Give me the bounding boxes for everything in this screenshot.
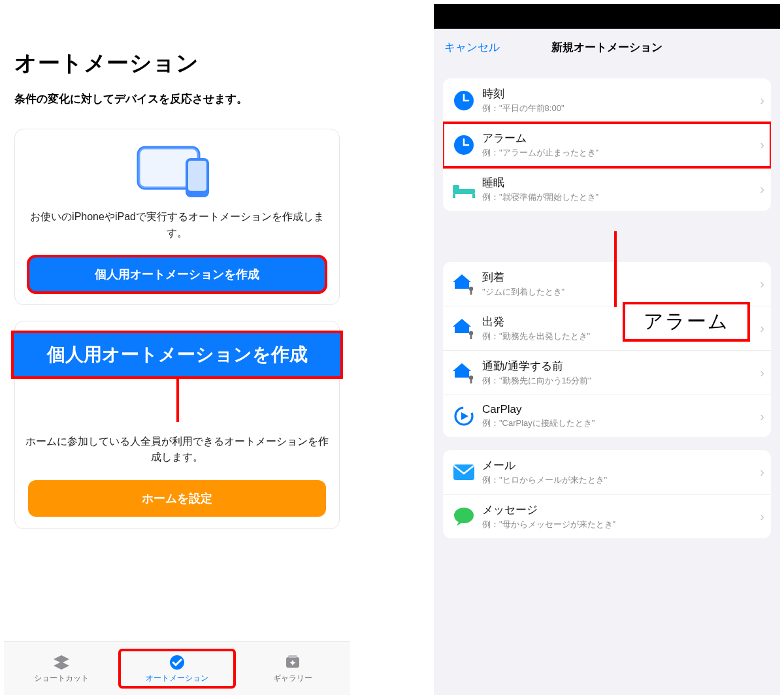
svg-rect-10	[453, 185, 459, 190]
svg-rect-16	[470, 335, 472, 339]
new-automation-sheet: キャンセル 新規オートメーション 時刻 例："平日の午前8:00" ›	[434, 29, 780, 695]
trigger-group-time: 時刻 例："平日の午前8:00" › アラーム 例："アラームが止まったとき" …	[443, 78, 771, 211]
row-arrive[interactable]: 到着 "ジムに到着したとき" ›	[443, 262, 771, 306]
row-title: メッセージ	[482, 502, 756, 517]
chevron-right-icon: ›	[760, 464, 764, 480]
sheet-title: 新規オートメーション	[434, 40, 780, 55]
chevron-right-icon: ›	[760, 93, 764, 108]
annotation-personal-callout: 個人用オートメーションを作成	[14, 333, 340, 376]
tab-gallery-label: ギャラリー	[273, 674, 312, 682]
clock-check-icon	[167, 654, 187, 671]
personal-card-description: お使いのiPhoneやiPadで実行するオートメーションを作成します。	[25, 209, 329, 242]
create-personal-automation-button[interactable]: 個人用オートメーションを作成	[28, 256, 326, 293]
chevron-right-icon: ›	[760, 182, 764, 197]
tab-shortcuts-label: ショートカット	[34, 674, 89, 682]
svg-point-15	[469, 331, 473, 334]
row-sleep[interactable]: 睡眠 例："就寝準備が開始したとき" ›	[443, 167, 771, 211]
row-subtitle: 例："ヒロからメールが来たとき"	[482, 474, 756, 486]
home-automation-card: 個人用オートメーションを作成 ホームに参加している人全員が利用できるオートメーシ…	[14, 321, 340, 530]
tab-gallery[interactable]: ギャラリー	[236, 654, 350, 683]
svg-point-13	[469, 286, 473, 290]
trigger-group-communication: メール 例："ヒロからメールが来たとき" › メッセージ 例："母からメッセージ…	[443, 450, 771, 538]
clock-icon	[451, 132, 477, 158]
clock-icon	[451, 88, 477, 114]
annotation-alarm-callout: アラーム	[625, 304, 747, 339]
row-subtitle: 例："勤務先に向かう15分前"	[482, 375, 756, 387]
row-title: 睡眠	[482, 175, 756, 190]
row-subtitle: 例："就寝準備が開始したとき"	[482, 191, 756, 203]
svg-rect-11	[453, 194, 455, 198]
home-arrive-icon	[451, 271, 477, 297]
row-before-commute[interactable]: 通勤/通学する前 例："勤務先に向かう15分前" ›	[443, 351, 771, 395]
tab-shortcuts[interactable]: ショートカット	[4, 654, 118, 683]
devices-illustration-icon	[25, 144, 329, 200]
svg-rect-6	[288, 655, 297, 658]
row-alarm[interactable]: アラーム 例："アラームが止まったとき" ›	[443, 123, 771, 167]
tab-automation[interactable]: オートメーション	[120, 650, 234, 687]
row-title: 到着	[482, 270, 756, 285]
row-subtitle: 例："アラームが止まったとき"	[482, 147, 756, 159]
row-subtitle: 例："CarPlayに接続したとき"	[482, 417, 756, 429]
home-leave-icon	[451, 316, 477, 342]
page-title: オートメーション	[14, 48, 340, 78]
left-phone-screen: オートメーション 条件の変化に対してデバイスを反応させます。 お使いのiPhon…	[4, 4, 350, 695]
svg-point-21	[454, 508, 474, 523]
chevron-right-icon: ›	[760, 409, 764, 424]
row-subtitle: 例："平日の午前8:00"	[482, 103, 756, 114]
bed-icon	[451, 176, 477, 203]
message-icon	[451, 504, 477, 530]
row-title: 時刻	[482, 86, 756, 101]
row-title: CarPlay	[482, 403, 756, 416]
home-commute-icon	[451, 360, 477, 386]
row-message[interactable]: メッセージ 例："母からメッセージが来たとき" ›	[443, 495, 771, 538]
sparkle-stack-icon	[283, 654, 302, 671]
mail-icon	[451, 459, 477, 485]
page-subtitle: 条件の変化に対してデバイスを反応させます。	[14, 91, 340, 106]
trigger-group-location: 到着 "ジムに到着したとき" › 出発 例："勤務先を出発したとき" ›	[443, 262, 771, 437]
svg-rect-12	[472, 194, 475, 198]
chevron-right-icon: ›	[760, 321, 764, 336]
row-title: 通勤/通学する前	[482, 359, 756, 374]
right-phone-screen: キャンセル 新規オートメーション 時刻 例："平日の午前8:00" ›	[434, 4, 780, 695]
chevron-right-icon: ›	[760, 276, 764, 291]
annotation-line	[176, 368, 179, 422]
row-title: メール	[482, 458, 756, 473]
personal-automation-card: お使いのiPhoneやiPadで実行するオートメーションを作成します。 個人用オ…	[14, 129, 340, 305]
annotation-line	[614, 231, 617, 307]
row-subtitle: "ジムに到着したとき"	[482, 286, 756, 298]
row-time-of-day[interactable]: 時刻 例："平日の午前8:00" ›	[443, 78, 771, 123]
svg-rect-18	[470, 380, 472, 383]
chevron-right-icon: ›	[760, 509, 764, 524]
carplay-icon	[451, 403, 477, 429]
row-mail[interactable]: メール 例："ヒロからメールが来たとき" ›	[443, 450, 771, 495]
row-title: アラーム	[482, 131, 756, 146]
svg-point-17	[469, 375, 473, 379]
stack-icon	[52, 654, 71, 671]
chevron-right-icon: ›	[760, 365, 764, 380]
bottom-tab-bar: ショートカット オートメーション ギャラリー	[4, 642, 350, 695]
setup-home-button[interactable]: ホームを設定	[28, 480, 326, 517]
home-card-description: ホームに参加している人全員が利用できるオートメーションを作成します。	[25, 434, 329, 466]
tab-automation-label: オートメーション	[146, 674, 208, 682]
chevron-right-icon: ›	[760, 137, 764, 152]
row-subtitle: 例："母からメッセージが来たとき"	[482, 519, 756, 530]
row-carplay[interactable]: CarPlay 例："CarPlayに接続したとき" ›	[443, 395, 771, 437]
svg-rect-14	[470, 291, 472, 295]
svg-rect-3	[188, 161, 206, 191]
